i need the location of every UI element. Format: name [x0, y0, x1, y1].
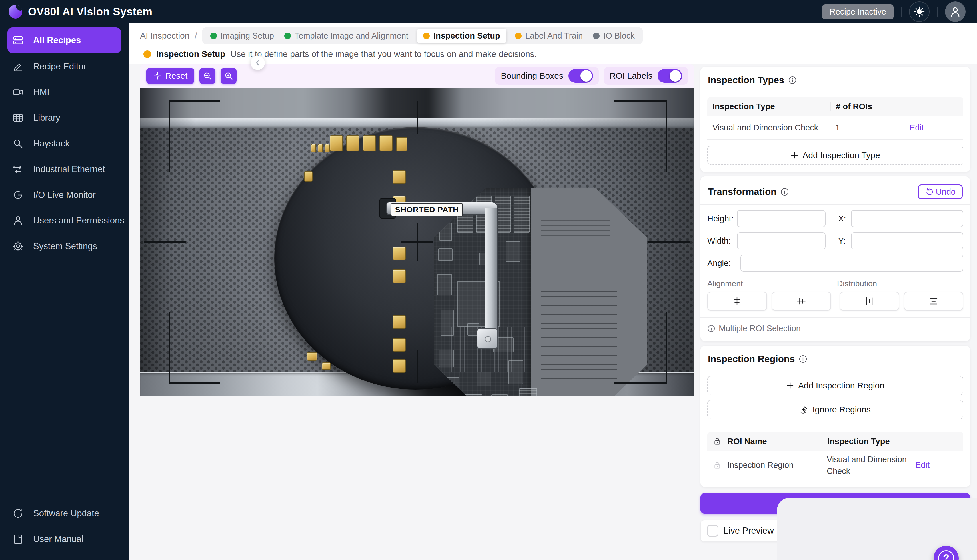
sidebar-item-software-update[interactable]: Software Update: [0, 501, 129, 526]
align-center-vertical-button[interactable]: [707, 292, 767, 310]
lock-icon: [713, 437, 722, 445]
inspection-type-roi-count: 1: [830, 123, 905, 132]
align-center-horizontal-button[interactable]: [771, 292, 831, 310]
roi-labels-toggle[interactable]: [657, 69, 682, 83]
angle-label: Angle:: [707, 258, 741, 268]
add-inspection-type-label: Add Inspection Type: [803, 150, 880, 160]
step-description-title: Inspection Setup: [156, 49, 226, 59]
x-input[interactable]: [851, 210, 963, 227]
header-divider: [901, 7, 902, 17]
zoom-out-icon: [203, 72, 212, 80]
sidebar-item-label: Industrial Ethernet: [33, 164, 105, 174]
step-label: Inspection Setup: [433, 31, 500, 40]
add-inspection-region-button[interactable]: Add Inspection Region: [707, 376, 963, 395]
distribute-vertical-button[interactable]: [904, 292, 964, 310]
step-template-image-alignment[interactable]: Template Image and Alignment: [284, 31, 408, 40]
sidebar-item-industrial-ethernet[interactable]: Industrial Ethernet: [0, 157, 129, 182]
edit-roi-link[interactable]: Edit: [915, 460, 930, 470]
recipe-status-badge: Recipe Inactive: [822, 4, 893, 19]
step-label-and-train[interactable]: Label And Train: [515, 31, 583, 40]
column-header: Inspection Type: [707, 102, 830, 111]
bounding-boxes-label: Bounding Boxes: [501, 71, 563, 81]
live-preview-checkbox[interactable]: [707, 525, 718, 537]
step-label: Template Image and Alignment: [294, 31, 408, 40]
inspection-types-table-header: Inspection Type # of ROIs: [707, 97, 963, 116]
step-status-dot: [284, 33, 291, 39]
add-inspection-type-button[interactable]: Add Inspection Type: [707, 145, 963, 165]
undo-label: Undo: [936, 187, 955, 197]
sidebar-collapse-button[interactable]: [251, 56, 265, 70]
add-inspection-region-label: Add Inspection Region: [798, 381, 885, 390]
inspection-type-row: Visual and Dimension Check 1 Edit: [707, 116, 963, 140]
theme-toggle-button[interactable]: [909, 2, 930, 22]
search-icon: [13, 138, 23, 149]
zoom-in-button[interactable]: [221, 68, 236, 84]
info-icon[interactable]: [780, 188, 789, 196]
sidebar-item-io-live-monitor[interactable]: I/O Live Monitor: [0, 182, 129, 208]
app-title: OV80i AI Vision System: [28, 6, 152, 18]
info-icon[interactable]: [788, 76, 797, 85]
reset-view-button[interactable]: Reset: [146, 68, 194, 84]
io-monitor-icon: [13, 190, 23, 200]
width-input[interactable]: [737, 232, 826, 250]
step-imaging-setup[interactable]: Imaging Setup: [210, 31, 274, 40]
sidebar-item-all-recipes[interactable]: All Recipes: [7, 27, 121, 53]
step-label: IO Block: [603, 31, 635, 40]
sidebar-item-recipe-editor[interactable]: Recipe Editor: [0, 54, 129, 79]
user-avatar[interactable]: [945, 2, 965, 22]
sidebar-item-hmi[interactable]: HMI: [0, 79, 129, 105]
question-mark-icon: ?: [938, 550, 954, 560]
sidebar-item-label: Library: [33, 113, 60, 123]
undo-button[interactable]: Undo: [918, 184, 963, 199]
app-header: OV80i AI Vision System Recipe Inactive: [0, 0, 977, 23]
roi-labels-label: ROI Labels: [610, 71, 652, 81]
edit-inspection-type-link[interactable]: Edit: [910, 123, 924, 132]
angle-input[interactable]: [741, 255, 963, 272]
sidebar-item-label: Recipe Editor: [33, 62, 86, 72]
sidebar-item-haystack[interactable]: Haystack: [0, 131, 129, 157]
distribute-horizontal-button[interactable]: [840, 292, 899, 310]
info-icon[interactable]: [799, 355, 807, 363]
bounding-boxes-toggle[interactable]: [569, 69, 593, 83]
sidebar-item-system-settings[interactable]: System Settings: [0, 233, 129, 259]
breadcrumb[interactable]: AI Inspection: [140, 31, 189, 40]
step-status-dot: [593, 33, 600, 39]
inspection-regions-title: Inspection Regions: [708, 353, 795, 365]
column-header: ROI Name: [727, 437, 821, 446]
workflow-stepper: Imaging Setup Template Image and Alignme…: [202, 27, 643, 44]
sidebar-item-label: HMI: [33, 87, 49, 97]
distribute-horizontal-icon: [864, 296, 875, 306]
plus-icon: [790, 151, 798, 159]
step-description-text: Use it to define parts of the image that…: [231, 49, 537, 59]
sidebar-item-users-permissions[interactable]: Users and Permissions: [0, 208, 129, 233]
step-status-dot: [423, 33, 430, 39]
transformation-title: Transformation: [708, 187, 776, 197]
x-label: X:: [838, 214, 851, 223]
inspection-types-card: Inspection Types Inspection Type # of RO…: [701, 67, 970, 172]
sidebar: All Recipes Recipe Editor HMI: [0, 23, 129, 560]
column-header: # of ROIs: [830, 102, 905, 111]
roi-table-header: ROI Name Inspection Type: [707, 432, 963, 451]
registration-marks: [140, 88, 694, 396]
multiple-roi-note: Multiple ROI Selection: [719, 324, 801, 333]
zoom-in-icon: [224, 72, 233, 80]
main-content: AI Inspection / Imaging Setup Template I…: [129, 23, 977, 560]
step-io-block[interactable]: IO Block: [593, 31, 635, 40]
sidebar-item-library[interactable]: Library: [0, 105, 129, 131]
roi-inspection-type: Visual and Dimension Check: [821, 451, 910, 480]
sidebar-item-user-manual[interactable]: User Manual: [0, 526, 129, 552]
refresh-icon: [13, 508, 23, 519]
unlock-icon[interactable]: [713, 461, 722, 470]
sidebar-item-label: Users and Permissions: [33, 215, 124, 226]
height-input[interactable]: [737, 210, 826, 227]
inspection-type-name: Visual and Dimension Check: [707, 123, 830, 132]
zoom-out-button[interactable]: [199, 68, 216, 84]
y-label: Y:: [838, 236, 851, 246]
sun-icon: [914, 6, 925, 17]
step-inspection-setup[interactable]: Inspection Setup: [417, 28, 507, 43]
ignore-regions-button[interactable]: Ignore Regions: [707, 400, 963, 419]
canvas-toolbar: Reset: [140, 64, 694, 88]
inspection-image-canvas[interactable]: SHORTED PATH: [140, 88, 694, 396]
y-input[interactable]: [851, 232, 963, 250]
inspection-types-title: Inspection Types: [708, 75, 784, 86]
